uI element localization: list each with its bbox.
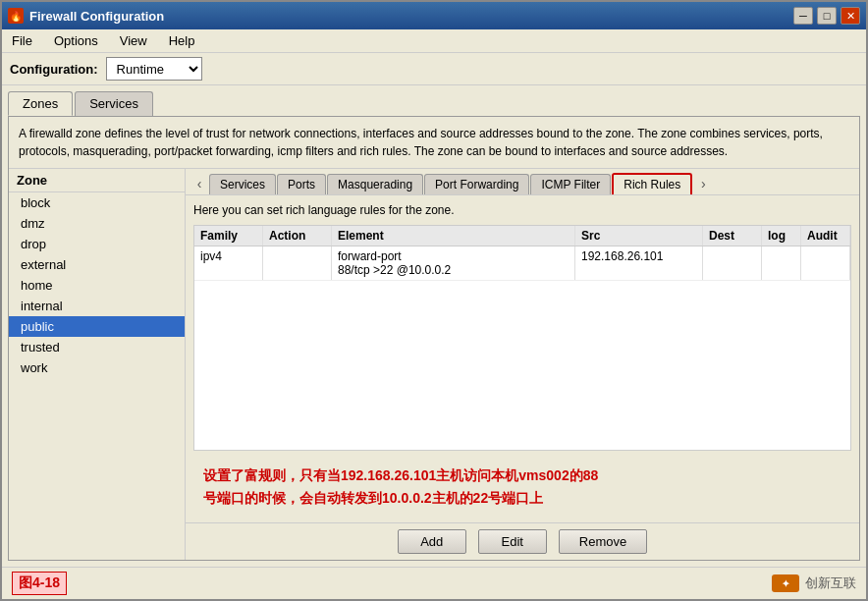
zone-item-dmz[interactable]: dmz [9, 213, 185, 234]
annotation-line1: 设置了富规则，只有当192.168.26.101主机访问本机vms002的88 [203, 464, 841, 486]
subtab-masquerading[interactable]: Masquerading [327, 174, 423, 194]
zone-item-external[interactable]: external [9, 254, 185, 275]
main-split: Zone block dmz drop external home intern… [9, 169, 859, 560]
subtab-ports[interactable]: Ports [277, 174, 326, 194]
titlebar: 🔥 Firewall Configuration ─ □ ✕ [2, 2, 866, 29]
col-audit: Audit [801, 226, 850, 246]
remove-button[interactable]: Remove [559, 529, 647, 554]
menu-options[interactable]: Options [48, 31, 104, 50]
cell-family: ipv4 [194, 246, 263, 280]
toolbar: Configuration: Runtime Permanent [2, 53, 866, 85]
cell-element: forward-port 88/tcp >22 @10.0.0.2 [332, 246, 575, 280]
table-header: Family Action Element Src Dest log Audit [194, 226, 850, 246]
zone-header: Zone [9, 169, 185, 192]
tab-zones[interactable]: Zones [8, 91, 73, 116]
description-text: A firewalld zone defines the level of tr… [9, 117, 859, 169]
annotation-line2: 号端口的时候，会自动转发到10.0.0.2主机的22号端口上 [203, 487, 841, 509]
footer: 图4-18 ✦ 创新互联 [2, 567, 866, 599]
add-button[interactable]: Add [398, 529, 466, 554]
rich-rules-description: Here you can set rich language rules for… [193, 203, 851, 217]
rules-table: Family Action Element Src Dest log Audit… [193, 225, 851, 451]
zone-item-home[interactable]: home [9, 275, 185, 296]
tab-services[interactable]: Services [75, 91, 153, 116]
subtab-rich-rules[interactable]: Rich Rules [612, 173, 692, 194]
zone-item-drop[interactable]: drop [9, 234, 185, 254]
config-select[interactable]: Runtime Permanent [106, 57, 202, 81]
col-action: Action [263, 226, 332, 246]
zone-item-trusted[interactable]: trusted [9, 337, 185, 357]
bottom-buttons: Add Edit Remove [186, 522, 859, 560]
edit-button[interactable]: Edit [478, 529, 547, 554]
window-title: Firewall Configuration [29, 9, 793, 24]
col-log: log [762, 226, 801, 246]
maximize-button[interactable]: □ [817, 7, 837, 25]
brand-icon: ✦ [772, 574, 799, 592]
menubar: File Options View Help [2, 29, 866, 53]
subtab-services[interactable]: Services [209, 174, 276, 194]
cell-action [263, 246, 332, 280]
cell-audit [801, 246, 850, 280]
main-window: 🔥 Firewall Configuration ─ □ ✕ File Opti… [0, 0, 868, 601]
rich-rules-content: Here you can set rich language rules for… [186, 195, 859, 522]
subtab-next[interactable]: › [693, 173, 713, 194]
brand-name: 创新互联 [805, 574, 856, 592]
cell-dest [703, 246, 762, 280]
table-row[interactable]: ipv4 forward-port 88/tcp >22 @10.0.0.2 1… [194, 246, 850, 281]
menu-view[interactable]: View [114, 31, 153, 50]
col-src: Src [575, 226, 703, 246]
zone-item-internal[interactable]: internal [9, 296, 185, 316]
menu-file[interactable]: File [6, 31, 38, 50]
config-label: Configuration: [10, 62, 98, 77]
close-button[interactable]: ✕ [841, 7, 860, 25]
right-panel: ‹ Services Ports Masquerading Port Forwa… [186, 169, 859, 560]
app-icon: 🔥 [8, 8, 24, 24]
zone-item-public[interactable]: public [9, 316, 185, 337]
subtab-icmp-filter[interactable]: ICMP Filter [530, 174, 611, 194]
subtab-prev[interactable]: ‹ [190, 173, 209, 194]
subtab-port-forwarding[interactable]: Port Forwarding [424, 174, 529, 194]
menu-help[interactable]: Help [163, 31, 201, 50]
figure-label: 图4-18 [12, 572, 67, 595]
content-area: Zones Services A firewalld zone defines … [2, 85, 866, 567]
col-family: Family [194, 226, 263, 246]
zone-item-block[interactable]: block [9, 192, 185, 213]
window-controls: ─ □ ✕ [793, 7, 860, 25]
subtab-row: ‹ Services Ports Masquerading Port Forwa… [186, 169, 859, 195]
minimize-button[interactable]: ─ [793, 7, 813, 25]
main-panel: A firewalld zone defines the level of tr… [8, 116, 860, 561]
zone-panel: Zone block dmz drop external home intern… [9, 169, 186, 560]
brand-area: ✦ 创新互联 [772, 574, 856, 592]
main-tab-row: Zones Services [8, 91, 860, 116]
cell-log [762, 246, 801, 280]
zone-list: block dmz drop external home internal pu… [9, 192, 185, 560]
col-element: Element [332, 226, 575, 246]
cell-src: 192.168.26.101 [575, 246, 703, 280]
zone-item-work[interactable]: work [9, 357, 185, 378]
col-dest: Dest [703, 226, 762, 246]
annotation-text: 设置了富规则，只有当192.168.26.101主机访问本机vms002的88 … [193, 459, 851, 515]
